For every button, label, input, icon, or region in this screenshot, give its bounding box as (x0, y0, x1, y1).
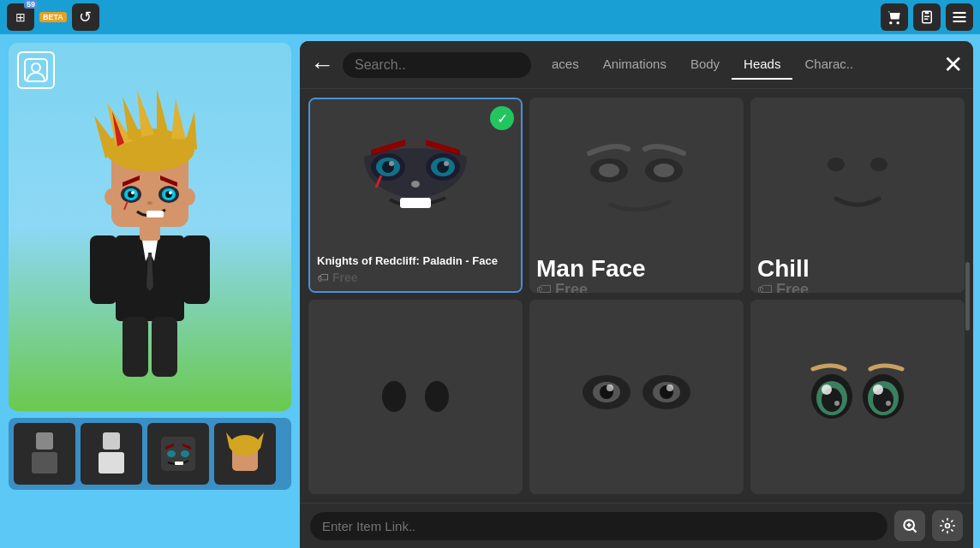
items-grid: ✓ (300, 89, 973, 503)
svg-rect-53 (175, 462, 183, 465)
svg-point-34 (147, 201, 152, 205)
item-link-input[interactable] (310, 512, 887, 540)
cart-icon[interactable] (881, 3, 908, 31)
svg-point-52 (181, 450, 189, 457)
tab-characters[interactable]: Charac.. (792, 50, 865, 80)
item-card-dots[interactable] (308, 300, 523, 495)
price-text-man: Free (555, 281, 588, 293)
refresh-icon[interactable]: ↺ (72, 3, 99, 31)
item-thumb-chill (750, 98, 965, 252)
main-layout: ← aces Animations Body Heads Charac.. (0, 34, 980, 548)
avatar-frame-icon (17, 51, 55, 89)
thumbnail-strip (9, 418, 291, 490)
avatar-preview (9, 43, 291, 411)
tab-animations[interactable]: Animations (591, 50, 678, 80)
svg-rect-73 (568, 106, 705, 243)
price-tag-icon: 🏷 (317, 271, 329, 284)
zoom-button[interactable] (894, 510, 925, 541)
svg-rect-11 (90, 235, 117, 304)
svg-rect-48 (161, 437, 195, 471)
shop-bottom (300, 503, 973, 548)
item-card-man-face[interactable]: Man Face 🏷 Free (529, 98, 744, 293)
top-bar: ⊞ 59 BETA ↺ (0, 0, 980, 34)
tab-faces[interactable]: aces (540, 50, 591, 80)
item-info-man: Man Face 🏷 Free (529, 252, 744, 293)
svg-point-79 (828, 158, 845, 171)
thumb-item-2[interactable] (147, 423, 209, 485)
item-price-knights: 🏷 Free (317, 271, 514, 284)
svg-rect-93 (789, 328, 926, 465)
item-name-man: Man Face (536, 257, 737, 281)
svg-point-70 (411, 181, 420, 188)
svg-point-32 (131, 191, 134, 194)
svg-point-92 (666, 384, 673, 391)
svg-marker-21 (171, 98, 186, 140)
clipboard-icon[interactable] (913, 3, 941, 31)
price-tag-icon-chill: 🏷 (757, 281, 773, 293)
svg-point-101 (873, 384, 883, 395)
svg-point-103 (886, 401, 891, 406)
thumb-item-0[interactable] (14, 423, 75, 485)
item-name-chill: Chill (757, 257, 958, 281)
svg-point-80 (870, 158, 887, 171)
scrollbar (965, 262, 970, 331)
svg-rect-43 (32, 452, 57, 474)
item-card-knights-face[interactable]: ✓ (308, 98, 523, 293)
svg-point-33 (169, 191, 172, 194)
thumb-item-1[interactable] (81, 423, 142, 485)
svg-point-7 (32, 63, 40, 72)
close-button[interactable]: ✕ (943, 53, 963, 77)
settings-button[interactable] (932, 510, 963, 541)
svg-line-107 (912, 528, 916, 532)
svg-rect-45 (103, 432, 120, 450)
svg-point-77 (654, 164, 674, 177)
svg-rect-71 (400, 198, 431, 208)
item-card-chill[interactable]: Chill 🏷 Free (750, 98, 965, 293)
item-name-knights: Knights of Redcliff: Paladin - Face (317, 254, 514, 268)
item-card-eyes2[interactable] (529, 300, 744, 495)
svg-rect-46 (99, 452, 124, 474)
thumb-item-3[interactable] (214, 423, 276, 485)
price-text-knights: Free (332, 271, 358, 284)
svg-marker-22 (184, 111, 197, 150)
price-text-chill: Free (776, 281, 809, 293)
shop-panel: ← aces Animations Body Heads Charac.. (300, 41, 973, 548)
nav-tabs: aces Animations Body Heads Charac.. (540, 50, 865, 80)
search-input[interactable] (343, 52, 531, 78)
svg-point-51 (167, 450, 176, 457)
item-info-knights: Knights of Redcliff: Paladin - Face 🏷 Fr… (310, 249, 521, 291)
menu-icon[interactable] (946, 3, 973, 31)
selected-checkmark: ✓ (490, 106, 514, 130)
item-price-chill: 🏷 Free (757, 281, 958, 293)
shop-header: ← aces Animations Body Heads Charac.. (300, 41, 973, 89)
item-thumb-dots (308, 300, 523, 495)
svg-point-102 (834, 401, 840, 406)
svg-point-91 (607, 384, 613, 391)
svg-rect-42 (36, 432, 53, 450)
svg-point-37 (105, 188, 118, 206)
beta-badge: BETA (39, 12, 67, 22)
svg-point-100 (822, 384, 832, 395)
top-bar-right (881, 3, 973, 31)
back-button[interactable]: ← (310, 53, 334, 77)
svg-point-38 (182, 188, 195, 206)
svg-point-76 (599, 164, 619, 177)
item-card-anime[interactable] (750, 300, 965, 495)
avatar-figure (56, 64, 244, 390)
avatar-panel (0, 34, 300, 548)
tab-body[interactable]: Body (678, 50, 732, 80)
notification-badge: 59 (24, 0, 38, 9)
svg-rect-35 (146, 211, 164, 217)
item-price-man: 🏷 Free (536, 281, 737, 293)
svg-point-83 (425, 381, 449, 412)
item-thumb-knights: ✓ (310, 99, 521, 249)
svg-point-82 (382, 381, 406, 412)
tab-heads[interactable]: Heads (732, 50, 792, 80)
home-icon[interactable]: ⊞ 59 (7, 3, 34, 31)
svg-rect-12 (182, 235, 210, 304)
item-info-chill: Chill 🏷 Free (750, 252, 965, 293)
svg-rect-81 (347, 328, 484, 465)
item-thumb-anime (750, 300, 965, 495)
svg-rect-39 (122, 317, 148, 377)
svg-marker-20 (157, 88, 169, 135)
